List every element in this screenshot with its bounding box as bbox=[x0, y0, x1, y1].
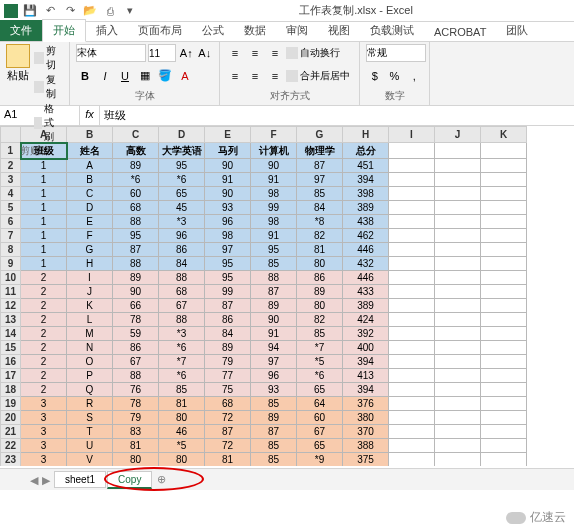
cell[interactable]: *5 bbox=[297, 355, 343, 369]
cell-empty[interactable] bbox=[435, 383, 481, 397]
row-header-5[interactable]: 5 bbox=[1, 201, 21, 215]
cell-empty[interactable] bbox=[435, 299, 481, 313]
row-header-2[interactable]: 2 bbox=[1, 159, 21, 173]
cell-empty[interactable] bbox=[389, 453, 435, 467]
cell[interactable]: 84 bbox=[297, 201, 343, 215]
row-header-15[interactable]: 15 bbox=[1, 341, 21, 355]
cell[interactable]: 81 bbox=[297, 243, 343, 257]
cell[interactable]: 394 bbox=[343, 383, 389, 397]
cell[interactable]: 93 bbox=[251, 383, 297, 397]
cell[interactable]: B bbox=[67, 173, 113, 187]
cell-header[interactable]: 姓名 bbox=[67, 143, 113, 159]
cell-empty[interactable] bbox=[389, 341, 435, 355]
cell[interactable]: 91 bbox=[251, 173, 297, 187]
cell[interactable]: 98 bbox=[251, 215, 297, 229]
row-header-11[interactable]: 11 bbox=[1, 285, 21, 299]
cell[interactable]: 67 bbox=[297, 425, 343, 439]
row-header-19[interactable]: 19 bbox=[1, 397, 21, 411]
cell[interactable]: 2 bbox=[21, 369, 67, 383]
sheet-tab-copy[interactable]: Copy bbox=[107, 471, 152, 489]
cell-empty[interactable] bbox=[435, 143, 481, 159]
cell[interactable]: 89 bbox=[251, 411, 297, 425]
cell[interactable]: 86 bbox=[159, 243, 205, 257]
cell[interactable]: 80 bbox=[297, 257, 343, 271]
cell[interactable]: L bbox=[67, 313, 113, 327]
cell[interactable]: 2 bbox=[21, 313, 67, 327]
wrap-text-button[interactable]: 自动换行 bbox=[286, 44, 340, 62]
cell-header[interactable]: 总分 bbox=[343, 143, 389, 159]
cell-empty[interactable] bbox=[481, 411, 527, 425]
cell[interactable]: 75 bbox=[205, 383, 251, 397]
currency-button[interactable]: $ bbox=[366, 67, 384, 85]
cell-empty[interactable] bbox=[435, 313, 481, 327]
tab-home[interactable]: 开始 bbox=[42, 19, 86, 42]
cell[interactable]: I bbox=[67, 271, 113, 285]
cell[interactable]: 87 bbox=[297, 159, 343, 173]
cell-empty[interactable] bbox=[389, 299, 435, 313]
cell-empty[interactable] bbox=[389, 271, 435, 285]
cell[interactable]: 85 bbox=[251, 397, 297, 411]
align-bottom-button[interactable]: ≡ bbox=[266, 44, 284, 62]
cell-empty[interactable] bbox=[435, 453, 481, 467]
cell[interactable]: 60 bbox=[297, 411, 343, 425]
cell[interactable]: 2 bbox=[21, 383, 67, 397]
cell[interactable]: 438 bbox=[343, 215, 389, 229]
cell[interactable]: 95 bbox=[205, 257, 251, 271]
cell-empty[interactable] bbox=[435, 439, 481, 453]
cell[interactable]: 96 bbox=[251, 369, 297, 383]
cell[interactable]: 89 bbox=[251, 299, 297, 313]
cell-empty[interactable] bbox=[435, 341, 481, 355]
row-header-23[interactable]: 23 bbox=[1, 453, 21, 467]
cell-empty[interactable] bbox=[481, 229, 527, 243]
cell[interactable]: 392 bbox=[343, 327, 389, 341]
cell[interactable]: 97 bbox=[205, 243, 251, 257]
cell[interactable]: *9 bbox=[297, 453, 343, 467]
cell-empty[interactable] bbox=[389, 187, 435, 201]
cell[interactable]: 1 bbox=[21, 215, 67, 229]
cell[interactable]: 2 bbox=[21, 271, 67, 285]
row-header-4[interactable]: 4 bbox=[1, 187, 21, 201]
cell-empty[interactable] bbox=[389, 285, 435, 299]
cell[interactable]: 66 bbox=[113, 299, 159, 313]
cell-empty[interactable] bbox=[481, 159, 527, 173]
align-right-button[interactable]: ≡ bbox=[266, 67, 284, 85]
cell[interactable]: 3 bbox=[21, 439, 67, 453]
cell[interactable]: 85 bbox=[159, 383, 205, 397]
cell[interactable]: 79 bbox=[113, 411, 159, 425]
formula-bar[interactable]: 班级 bbox=[100, 106, 574, 125]
cell[interactable]: 65 bbox=[159, 187, 205, 201]
align-top-button[interactable]: ≡ bbox=[226, 44, 244, 62]
col-header-I[interactable]: I bbox=[389, 127, 435, 143]
tab-file[interactable]: 文件 bbox=[0, 20, 42, 41]
qat-undo-icon[interactable]: ↶ bbox=[42, 3, 58, 19]
cell[interactable]: 451 bbox=[343, 159, 389, 173]
cell-empty[interactable] bbox=[435, 411, 481, 425]
row-header-14[interactable]: 14 bbox=[1, 327, 21, 341]
tab-nav-prev-icon[interactable]: ◀ bbox=[30, 474, 42, 486]
align-middle-button[interactable]: ≡ bbox=[246, 44, 264, 62]
cell[interactable]: 78 bbox=[113, 313, 159, 327]
cell-empty[interactable] bbox=[435, 355, 481, 369]
cell[interactable]: 2 bbox=[21, 355, 67, 369]
cell[interactable]: 394 bbox=[343, 173, 389, 187]
tab-formulas[interactable]: 公式 bbox=[192, 20, 234, 41]
cell[interactable]: 64 bbox=[297, 397, 343, 411]
cell[interactable]: 67 bbox=[113, 355, 159, 369]
cell[interactable]: 82 bbox=[297, 313, 343, 327]
cell-header[interactable]: 大学英语 bbox=[159, 143, 205, 159]
cell[interactable]: 2 bbox=[21, 341, 67, 355]
cell[interactable]: A bbox=[67, 159, 113, 173]
cell[interactable]: 432 bbox=[343, 257, 389, 271]
cell[interactable]: 376 bbox=[343, 397, 389, 411]
cell-empty[interactable] bbox=[389, 173, 435, 187]
cell-empty[interactable] bbox=[389, 243, 435, 257]
cell[interactable]: 78 bbox=[113, 397, 159, 411]
cell-empty[interactable] bbox=[389, 327, 435, 341]
cell[interactable]: 1 bbox=[21, 243, 67, 257]
sheet-grid[interactable]: ABCDEFGHIJK1班级姓名高数大学英语马列计算机物理学总分21A89959… bbox=[0, 126, 574, 466]
cell-empty[interactable] bbox=[481, 187, 527, 201]
cell[interactable]: 1 bbox=[21, 173, 67, 187]
cell[interactable]: J bbox=[67, 285, 113, 299]
cell-empty[interactable] bbox=[389, 313, 435, 327]
cell[interactable]: 89 bbox=[113, 271, 159, 285]
